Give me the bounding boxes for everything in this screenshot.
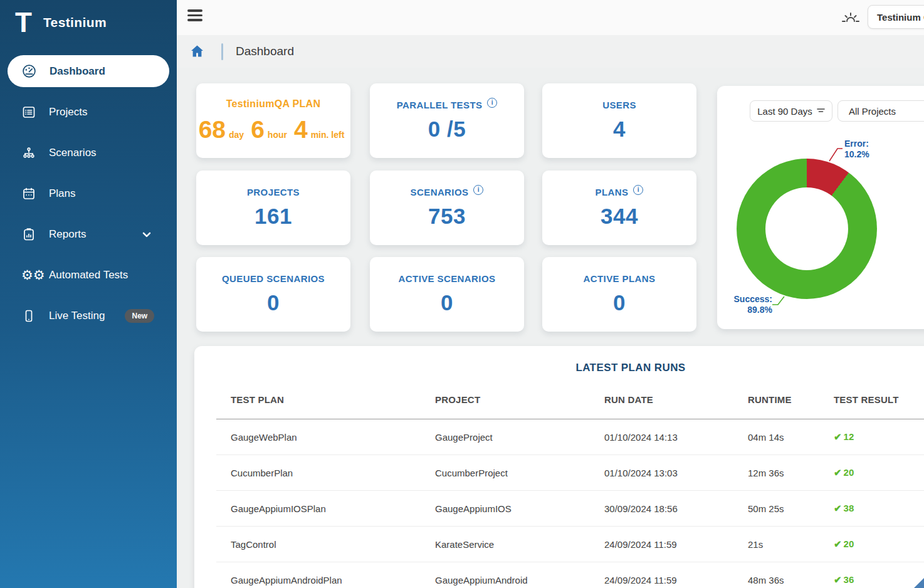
stat-label: QUEUED SCENARIOS	[222, 273, 325, 284]
table-header-row: TEST PLAN PROJECT RUN DATE RUNTIME TEST …	[216, 382, 924, 419]
check-icon: ✔	[834, 538, 842, 549]
smartphone-icon	[21, 308, 36, 323]
project-filter-value: All Projects	[849, 106, 896, 117]
cell-project: GaugeAppiumAndroid	[435, 562, 604, 588]
plan-days-value: 68	[199, 116, 226, 144]
cell-run-date: 24/09/2024 11:59	[604, 562, 748, 588]
sidebar-item-label: Live Testing	[49, 310, 105, 322]
col-project: PROJECT	[435, 382, 604, 419]
projects-list-icon	[21, 105, 36, 120]
cell-project: KarateService	[435, 527, 604, 562]
check-icon: ✔	[834, 467, 842, 478]
col-test-result: TEST RESULT	[834, 382, 924, 419]
donut-success-label: Success: 89.8%	[720, 294, 772, 315]
cell-run-date: 01/10/2024 13:03	[604, 455, 748, 491]
stat-card-active-scenarios: ACTIVE SCENARIOS 0	[370, 257, 524, 332]
scenarios-sitemap-icon	[21, 145, 36, 160]
cell-test-plan: GaugeAppiumIOSPlan	[216, 491, 435, 527]
sidebar-item-label: Scenarios	[49, 147, 97, 159]
theme-sunrise-icon[interactable]	[840, 9, 861, 25]
stat-value: 161	[255, 204, 292, 229]
table-row[interactable]: GaugeWebPlan GaugeProject 01/10/2024 14:…	[216, 419, 924, 455]
reports-clipboard-icon	[21, 227, 36, 242]
sidebar-item-live-testing[interactable]: Live Testing New	[8, 300, 169, 332]
error-label-value: 10.2%	[844, 149, 869, 160]
sidebar-item-scenarios[interactable]: Scenarios	[8, 137, 169, 169]
latest-plan-runs-panel: LATEST PLAN RUNS TEST PLAN PROJECT RUN D…	[194, 346, 924, 588]
check-icon: ✔	[834, 431, 842, 442]
stat-card-parallel-tests: PARALLEL TESTSi 0 /5	[370, 83, 524, 158]
info-icon[interactable]: i	[633, 185, 643, 195]
account-dropdown-button[interactable]: Testinium Q	[868, 5, 924, 29]
stat-card-projects: PROJECTS 161	[196, 171, 350, 245]
cell-test-plan: GaugeAppiumAndroidPlan	[216, 562, 435, 588]
plan-card-countdown: 68 day 6 hour 4 min. left	[199, 116, 349, 144]
table-row[interactable]: GaugeAppiumIOSPlan GaugeAppiumIOS 30/09/…	[216, 491, 924, 527]
donut-error-label: Error: 10.2%	[844, 139, 869, 160]
stat-value: 0 /5	[428, 117, 466, 142]
table-row[interactable]: TagControl KarateService 24/09/2024 11:5…	[216, 527, 924, 562]
plan-hours-unit: hour	[268, 130, 287, 140]
home-icon[interactable]	[189, 44, 205, 59]
chat-widget-corner[interactable]	[914, 578, 924, 588]
cell-project: CucumberProject	[435, 455, 604, 491]
plan-mins-unit: min. left	[311, 130, 345, 140]
date-range-filter[interactable]: Last 90 Days	[750, 100, 832, 122]
cell-result: 12	[844, 431, 854, 442]
col-runtime: RUNTIME	[748, 382, 834, 419]
sidebar-item-dashboard[interactable]: Dashboard	[8, 55, 169, 87]
cell-runtime: 04m 14s	[748, 419, 834, 455]
project-filter[interactable]: All Projects	[837, 100, 924, 122]
brand: T Testinium	[0, 0, 177, 39]
stat-label: PLANS	[596, 187, 629, 197]
col-run-date: RUN DATE	[604, 382, 748, 419]
success-label-title: Success:	[720, 294, 772, 305]
stat-label: ACTIVE PLANS	[584, 273, 656, 284]
cell-project: GaugeAppiumIOS	[435, 491, 604, 527]
sidebar: T Testinium Dashboard Projects	[0, 0, 177, 588]
plan-runs-table: TEST PLAN PROJECT RUN DATE RUNTIME TEST …	[216, 382, 924, 588]
plan-remaining-card: TestiniumQA PLAN 68 day 6 hour 4 min. le…	[196, 83, 350, 158]
sidebar-item-automated-tests[interactable]: ⚙⚙ Automated Tests	[8, 259, 169, 291]
brand-logo: T	[15, 9, 32, 36]
check-icon: ✔	[834, 503, 842, 513]
cell-run-date: 01/10/2024 14:13	[604, 419, 748, 455]
stat-value: 344	[601, 204, 638, 229]
cell-project: GaugeProject	[435, 419, 604, 455]
cell-result: 20	[844, 538, 854, 549]
cell-result: 20	[844, 467, 854, 478]
sidebar-item-reports[interactable]: Reports	[8, 218, 169, 250]
check-icon: ✔	[834, 574, 842, 585]
chevron-down-icon[interactable]	[140, 228, 153, 241]
info-icon[interactable]: i	[487, 98, 497, 108]
filter-icon	[817, 108, 825, 114]
sidebar-item-projects[interactable]: Projects	[8, 96, 169, 128]
gears-icon: ⚙⚙	[21, 268, 36, 281]
stat-card-scenarios: SCENARIOSi 753	[370, 171, 524, 245]
info-icon[interactable]: i	[473, 185, 483, 195]
stat-value: 0	[441, 290, 453, 315]
stat-card-active-plans: ACTIVE PLANS 0	[542, 257, 696, 332]
sidebar-item-label: Automated Tests	[49, 269, 128, 281]
sidebar-item-plans[interactable]: Plans	[8, 177, 169, 209]
stat-label: PARALLEL TESTS	[397, 100, 483, 110]
cell-test-plan: TagControl	[216, 527, 435, 562]
cell-runtime: 50m 25s	[748, 491, 834, 527]
table-row[interactable]: CucumberPlan CucumberProject 01/10/2024 …	[216, 455, 924, 491]
date-range-value: Last 90 Days	[757, 106, 812, 117]
results-chart-panel: Last 90 Days All Projects Error: 10.2% S…	[717, 86, 924, 329]
main-content: TestiniumQA PLAN 68 day 6 hour 4 min. le…	[177, 68, 924, 588]
plan-card-title: TestiniumQA PLAN	[226, 98, 321, 110]
cell-result: 36	[844, 574, 854, 585]
stat-value: 0	[267, 290, 280, 315]
stat-label: ACTIVE SCENARIOS	[399, 273, 496, 284]
donut-chart[interactable]	[737, 159, 877, 299]
hamburger-menu-icon[interactable]	[187, 9, 202, 24]
plans-calendar-icon	[21, 186, 36, 201]
plan-mins-value: 4	[294, 116, 308, 144]
table-row[interactable]: GaugeAppiumAndroidPlan GaugeAppiumAndroi…	[216, 562, 924, 588]
cell-runtime: 21s	[748, 527, 834, 562]
stat-value: 4	[613, 117, 626, 142]
plan-hours-value: 6	[251, 116, 265, 144]
sidebar-nav: Dashboard Projects Scenarios	[0, 55, 177, 332]
